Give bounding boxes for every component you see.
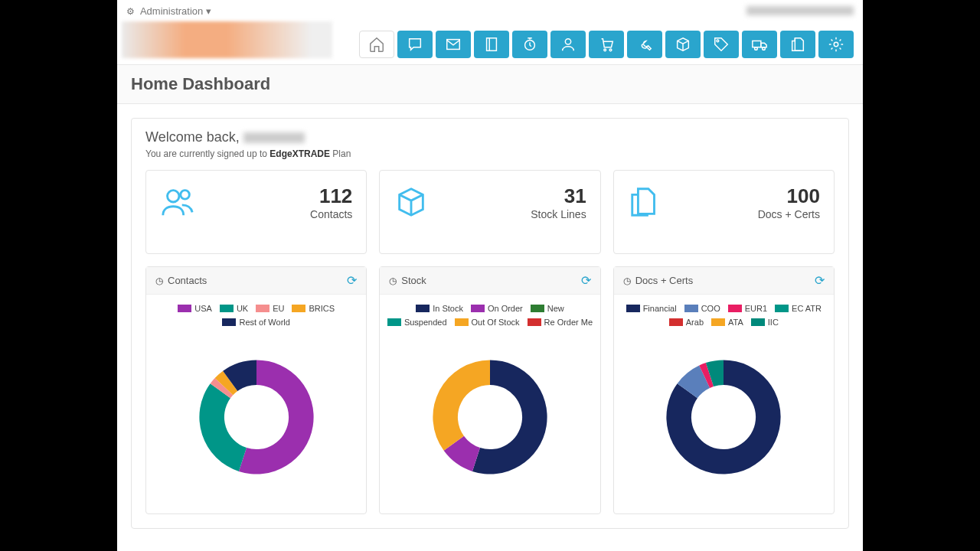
- nav-mail[interactable]: [436, 31, 471, 58]
- page-title: Home Dashboard: [131, 74, 849, 94]
- page-title-bar: Home Dashboard: [117, 64, 863, 104]
- nav-user[interactable]: [550, 31, 586, 58]
- nav-book[interactable]: [474, 31, 509, 58]
- nav-box[interactable]: [665, 31, 701, 58]
- gear-icon: ⚙: [126, 6, 135, 17]
- box-icon: [394, 184, 429, 220]
- users-icon: [160, 184, 195, 220]
- plan-text: You are currently signed up to EdgeXTRAD…: [145, 148, 835, 159]
- panel-docs: ◷ Docs + Certs ⟳ FinancialCOOEUR1EC ATRA…: [613, 266, 835, 514]
- nav-truck[interactable]: [742, 31, 777, 58]
- svg-point-13: [181, 191, 190, 199]
- nav-icons: [359, 31, 854, 58]
- admin-menu[interactable]: ⚙ Administration ▾: [126, 5, 211, 17]
- panel-title: Stock: [401, 275, 426, 286]
- nav-home[interactable]: [359, 31, 394, 58]
- nav-wrench[interactable]: [627, 31, 662, 58]
- clock-icon: ◷: [623, 276, 631, 286]
- chart-legend: In StockOn OrderNewSuspendedOut Of Stock…: [386, 304, 593, 327]
- svg-rect-8: [753, 41, 761, 47]
- user-menu[interactable]: [746, 6, 854, 15]
- welcome-heading: Welcome back,: [145, 129, 835, 145]
- svg-point-9: [755, 47, 758, 51]
- card-stock[interactable]: 31Stock Lines: [379, 170, 600, 254]
- panel-stock: ◷ Stock ⟳ In StockOn OrderNewSuspendedOu…: [379, 266, 600, 514]
- svg-point-12: [168, 191, 179, 202]
- chart-legend: FinancialCOOEUR1EC ATRArabATAIIC: [620, 304, 828, 327]
- refresh-icon[interactable]: ⟳: [815, 273, 825, 288]
- panel-contacts: ◷ Contacts ⟳ USAUKEUBRICSRest of World: [145, 266, 367, 514]
- nav-chat[interactable]: [397, 31, 433, 58]
- svg-point-7: [717, 40, 719, 42]
- donut-chart: [620, 333, 828, 501]
- clock-icon: ◷: [389, 276, 397, 286]
- panel-title: Contacts: [168, 275, 207, 286]
- svg-point-11: [834, 42, 838, 47]
- card-contacts[interactable]: 112Contacts: [145, 170, 367, 254]
- panel-title: Docs + Certs: [635, 275, 694, 286]
- topbar: ⚙ Administration ▾: [117, 0, 863, 21]
- nav-clock[interactable]: [512, 31, 547, 58]
- nav-cart[interactable]: [589, 31, 624, 58]
- donut-chart: [152, 333, 360, 501]
- welcome-panel: Welcome back, You are currently signed u…: [131, 118, 849, 529]
- svg-point-6: [609, 49, 612, 51]
- docs-icon: [628, 184, 663, 220]
- nav-settings[interactable]: [818, 31, 854, 58]
- nav-tag[interactable]: [704, 31, 739, 58]
- refresh-icon[interactable]: ⟳: [581, 273, 591, 288]
- clock-icon: ◷: [155, 276, 163, 286]
- svg-rect-1: [487, 38, 497, 51]
- donut-chart: [386, 333, 593, 501]
- svg-point-4: [565, 39, 570, 44]
- logo: [122, 21, 332, 58]
- chevron-down-icon: ▾: [206, 5, 211, 17]
- chart-legend: USAUKEUBRICSRest of World: [152, 304, 360, 327]
- svg-point-5: [604, 49, 606, 51]
- card-docs[interactable]: 100Docs + Certs: [613, 170, 835, 254]
- svg-point-10: [763, 47, 766, 51]
- nav-docs[interactable]: [780, 31, 815, 58]
- refresh-icon[interactable]: ⟳: [347, 273, 357, 288]
